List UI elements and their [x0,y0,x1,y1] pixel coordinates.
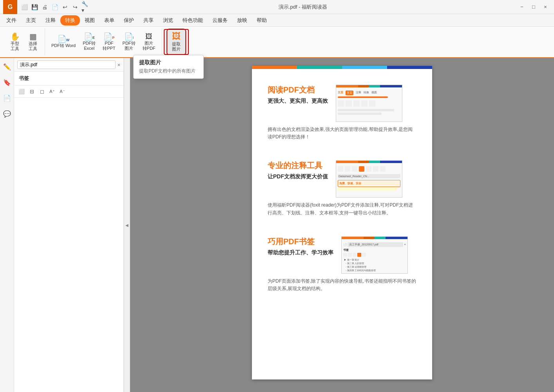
main-layout: ✏️ 🔖 📄 💬 × 书签 ⬜ ⊟ ◻ A⁺ A⁻ ◀ [0,58,554,392]
select-label: 选择工具 [29,41,37,51]
menu-view[interactable]: 视图 [80,15,100,25]
file-close-icon[interactable]: × [117,62,120,68]
pdf-excel-icon: 📄E [84,33,95,40]
menu-cloud[interactable]: 云服务 [208,15,232,25]
chevron-left-icon: ◀ [125,223,129,227]
file-name-input[interactable] [17,60,116,69]
toolbar-icons: ⬜ 💾 🖨 📄 ↩ ↪ 🔧▾ [20,3,89,11]
app-logo: G [3,0,17,14]
open-icon[interactable]: ⬜ [20,3,28,11]
bookmark-toolbar: ⬜ ⊟ ◻ A⁺ A⁻ [14,85,123,98]
menu-convert[interactable]: 转换 [60,15,80,25]
pdf-title-3: 巧用PDF书签 [268,236,333,247]
bm-font-larger-icon[interactable]: A⁺ [48,87,56,96]
pdf-to-word-button[interactable]: 📄W PDF转 Word [48,28,79,56]
color-bar-lightblue [342,66,387,69]
menu-bar: 文件 主页 注释 转换 视图 表单 保护 共享 浏览 特色功能 云服务 放映 帮… [0,14,554,27]
print-icon[interactable]: 🖨 [41,3,49,11]
pdf-section-2-header: 专业的注释工具 让PDF文档发挥更大价值 [268,160,416,198]
sidebar-pen-icon[interactable]: ✏️ [2,61,13,72]
pdf-body-2: 使用福昕PDF阅读器(foxit reader)为PDF文件添加注释,可对PDF… [268,201,416,216]
menu-help[interactable]: 帮助 [252,15,272,25]
pdf-ppt-icon: 📄P [103,33,114,40]
window-controls: − □ × [516,2,551,13]
bm-font-smaller-icon[interactable]: A⁻ [58,87,67,96]
pdf-section-3-header: 巧用PDF书签 帮助您提升工作、学习效率 [268,236,416,274]
sidebar-icons: ✏️ 🔖 📄 💬 [0,58,14,392]
bm-collapse-icon[interactable]: ⊟ [27,87,36,96]
menu-annotate[interactable]: 注释 [41,15,60,25]
menu-protect[interactable]: 保护 [119,15,139,25]
panel-file-row: × [14,58,123,72]
pdf-subtitle-3: 帮助您提升工作、学习效率 [268,249,333,256]
redo-icon[interactable]: ↪ [71,3,79,11]
maximize-button[interactable]: □ [528,2,539,13]
undo-icon[interactable]: ↩ [61,3,69,11]
pdf-excel-label: PDF转Excel [83,41,96,51]
color-bar-teal [297,66,342,69]
sidebar-bookmark-icon[interactable]: 🔖 [2,77,13,88]
panel: × 书签 ⬜ ⊟ ◻ A⁺ A⁻ [14,58,124,392]
hand-tool-button[interactable]: ✋ 手型工具 [6,28,24,56]
select-tool-button[interactable]: ▦ 选择工具 [24,28,42,56]
minimize-button[interactable]: − [516,2,527,13]
close-button[interactable]: × [540,2,551,13]
image-to-pdf-button[interactable]: 🖼 图片转PDF [139,28,159,56]
title-bar: G ⬜ 💾 🖨 📄 ↩ ↪ 🔧▾ 演示.pdf - 福昕阅读器 − □ × [0,0,554,14]
menu-share[interactable]: 共享 [139,15,158,25]
pdf-to-ppt-button[interactable]: 📄P PDF转PPT [100,28,118,56]
menu-browse[interactable]: 浏览 [158,15,178,25]
image-pdf-icon: 🖼 [145,33,152,40]
pdf-image-label: PDF转图片 [123,41,136,51]
sidebar-comment-icon[interactable]: 💬 [2,108,13,119]
pdf-preview-2: Datasheet_Reader_CN... 免费、快速、安全 [336,160,402,198]
menu-file[interactable]: 文件 [2,15,21,25]
sidebar-page-icon[interactable]: 📄 [2,93,13,103]
color-bar [252,66,432,69]
menu-home[interactable]: 主页 [21,15,41,25]
save-icon[interactable]: 💾 [31,3,38,11]
select-icon: ▦ [29,33,37,40]
window-title: 演示.pdf - 福昕阅读器 [89,4,516,11]
content-area: 阅读PDF文档 更强大、更实用、更高效 [130,58,554,392]
pdf-ppt-label: PDF转PPT [103,41,115,51]
tools-icon[interactable]: 🔧▾ [81,3,89,11]
hand-label: 手型工具 [11,41,19,51]
ribbon-group-extract: 🖼 提取图片 [164,29,189,55]
bm-expand-icon[interactable]: ⬜ [17,87,26,96]
menu-form[interactable]: 表单 [100,15,119,25]
extract-image-icon: 🖼 [172,32,181,41]
panel-collapse-handle[interactable]: ◀ [124,58,130,392]
menu-features[interactable]: 特色功能 [178,15,208,25]
pdf-body-3: 为PDF页面添加书签,除了实现内容的快速导航,书签还能指明不同书签的层级关系,展… [268,278,416,292]
pdf-subtitle-2: 让PDF文档发挥更大价值 [268,173,328,180]
bookmark-label: 书签 [14,72,123,85]
color-bar-blue [387,66,432,69]
tooltip-title: 提取图片 [139,59,198,66]
menu-present[interactable]: 放映 [232,15,252,25]
tooltip: 提取图片 提取PDF文档中的所有图片 [133,55,204,79]
bookmark-content [14,98,123,392]
tooltip-desc: 提取PDF文档中的所有图片 [139,68,198,74]
pdf-to-image-button[interactable]: 📄I PDF转图片 [119,28,139,56]
pdf-subtitle-1: 更强大、更实用、更高效 [268,98,328,105]
pdf-page: 阅读PDF文档 更强大、更实用、更高效 [252,66,432,379]
pdf-preview-3: 📄 员工手册_20120917.pdf × 书签 [341,236,408,274]
pdf-section-2: 专业的注释工具 让PDF文档发挥更大价值 [268,160,416,216]
hand-icon: ✋ [10,33,20,40]
pdf-word-icon: 📄W [58,35,70,42]
pdf-image-icon: 📄I [124,33,134,40]
color-bar-orange [252,66,297,69]
pdf-section-3: 巧用PDF书签 帮助您提升工作、学习效率 [268,236,416,292]
extract-image-label: 提取图片 [172,42,181,52]
pdf-section-1: 阅读PDF文档 更强大、更实用、更高效 [268,85,416,141]
extract-image-button[interactable]: 🖼 提取图片 [168,30,185,54]
pdf-title-2: 专业的注释工具 [268,160,328,171]
new-icon[interactable]: 📄 [51,3,59,11]
pdf-word-label: PDF转 Word [51,43,76,48]
pdf-to-excel-button[interactable]: 📄E PDF转Excel [80,28,99,56]
bm-add-icon[interactable]: ◻ [38,87,46,96]
ribbon: ✋ 手型工具 ▦ 选择工具 📄W PDF转 Word 📄E PDF转Excel … [0,27,554,58]
pdf-section-1-header: 阅读PDF文档 更强大、更实用、更高效 [268,85,416,122]
pdf-title-1: 阅读PDF文档 [268,85,328,95]
